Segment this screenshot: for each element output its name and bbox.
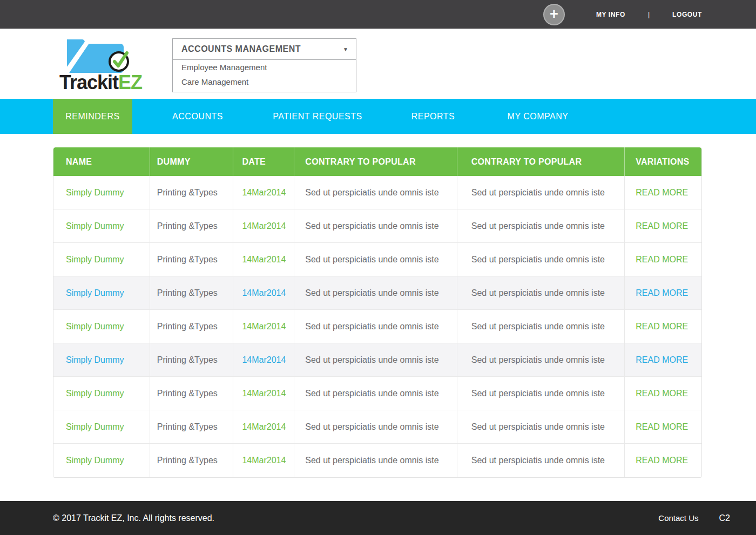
brand-name: TrackitEZ	[59, 73, 140, 92]
cell-date: 14Mar2014	[233, 377, 294, 410]
cell-date: 14Mar2014	[233, 410, 294, 443]
chevron-down-icon: ▼	[343, 46, 348, 52]
read-more-link[interactable]: READ MORE	[625, 209, 701, 242]
my-info-link[interactable]: MY INFO	[596, 11, 625, 18]
cell-dummy: Printing &Types	[150, 410, 234, 443]
cell-contrary-2: Sed ut perspiciatis unde omnis iste	[457, 176, 625, 209]
read-more-link[interactable]: READ MORE	[625, 243, 701, 276]
table-row: Simply Dummy Printing &Types 14Mar2014 S…	[53, 444, 701, 477]
folder-logo-icon	[62, 33, 133, 74]
module-option-employee-management[interactable]: Employee Management	[173, 60, 356, 75]
cell-name[interactable]: Simply Dummy	[53, 410, 150, 443]
cell-dummy: Printing &Types	[150, 377, 234, 410]
table-row: Simply Dummy Printing &Types 14Mar2014 S…	[53, 176, 701, 209]
cell-contrary-2: Sed ut perspiciatis unde omnis iste	[457, 276, 625, 309]
cell-contrary-1: Sed ut perspiciatis unde omnis iste	[294, 343, 457, 376]
table-header-row: NAME DUMMY DATE CONTRARY TO POPULAR CONT…	[53, 147, 701, 176]
topbar: + MY INFO | LOGOUT	[0, 0, 756, 29]
column-header-contrary-1: CONTRARY TO POPULAR	[294, 147, 457, 176]
cell-name[interactable]: Simply Dummy	[53, 343, 150, 376]
table-row: Simply Dummy Printing &Types 14Mar2014 S…	[53, 377, 701, 410]
cell-dummy: Printing &Types	[150, 444, 234, 477]
column-header-date: DATE	[233, 147, 294, 176]
cell-name[interactable]: Simply Dummy	[53, 176, 150, 209]
reminders-table: NAME DUMMY DATE CONTRARY TO POPULAR CONT…	[53, 147, 702, 478]
column-header-contrary-2: CONTRARY TO POPULAR	[457, 147, 625, 176]
main-nav: REMINDERS ACCOUNTS PATIENT REQUESTS REPO…	[0, 99, 756, 134]
nav-tab-accounts[interactable]: ACCOUNTS	[132, 99, 263, 134]
cell-name[interactable]: Simply Dummy	[53, 444, 150, 477]
plus-icon: +	[550, 6, 558, 22]
cell-date: 14Mar2014	[233, 276, 294, 309]
read-more-link[interactable]: READ MORE	[625, 410, 701, 443]
read-more-link[interactable]: READ MORE	[625, 176, 701, 209]
table-row: Simply Dummy Printing &Types 14Mar2014 S…	[53, 276, 701, 310]
add-button[interactable]: +	[543, 4, 565, 25]
read-more-link[interactable]: READ MORE	[625, 377, 701, 410]
cell-dummy: Printing &Types	[150, 310, 234, 343]
content-area: NAME DUMMY DATE CONTRARY TO POPULAR CONT…	[0, 134, 756, 501]
contact-us-link[interactable]: Contact Us	[658, 513, 698, 523]
column-header-dummy: DUMMY	[150, 147, 234, 176]
cell-name[interactable]: Simply Dummy	[53, 209, 150, 242]
nav-tab-patient-requests[interactable]: PATIENT REQUESTS	[263, 99, 372, 134]
read-more-link[interactable]: READ MORE	[625, 343, 701, 376]
cell-contrary-1: Sed ut perspiciatis unde omnis iste	[294, 444, 457, 477]
copyright-text: © 2017 Trackit EZ, Inc. All rights reser…	[53, 513, 658, 523]
cell-contrary-2: Sed ut perspiciatis unde omnis iste	[457, 444, 625, 477]
cell-dummy: Printing &Types	[150, 209, 234, 242]
cell-name[interactable]: Simply Dummy	[53, 276, 150, 309]
column-header-name: NAME	[53, 147, 150, 176]
column-header-variations: VARIATIONS	[625, 147, 701, 176]
cell-contrary-2: Sed ut perspiciatis unde omnis iste	[457, 343, 625, 376]
brand-accent: EZ	[118, 71, 142, 93]
cell-dummy: Printing &Types	[150, 343, 234, 376]
brand-primary: Trackit	[59, 71, 118, 93]
cell-dummy: Printing &Types	[150, 243, 234, 276]
logo[interactable]: TrackitEZ	[59, 33, 140, 92]
cell-contrary-2: Sed ut perspiciatis unde omnis iste	[457, 377, 625, 410]
nav-tab-reports[interactable]: REPORTS	[372, 99, 494, 134]
module-option-care-management[interactable]: Care Management	[173, 75, 356, 92]
cell-name[interactable]: Simply Dummy	[53, 377, 150, 410]
cell-dummy: Printing &Types	[150, 276, 234, 309]
header: TrackitEZ ACCOUNTS MANAGEMENT ▼ Employee…	[0, 29, 756, 99]
cell-contrary-1: Sed ut perspiciatis unde omnis iste	[294, 176, 457, 209]
table-row: Simply Dummy Printing &Types 14Mar2014 S…	[53, 243, 701, 276]
table-row: Simply Dummy Printing &Types 14Mar2014 S…	[53, 310, 701, 343]
table-row: Simply Dummy Printing &Types 14Mar2014 S…	[53, 410, 701, 444]
version-label[interactable]: C2	[719, 513, 730, 523]
footer: © 2017 Trackit EZ, Inc. All rights reser…	[0, 501, 756, 535]
cell-date: 14Mar2014	[233, 310, 294, 343]
table-row: Simply Dummy Printing &Types 14Mar2014 S…	[53, 343, 701, 377]
module-select-value: ACCOUNTS MANAGEMENT	[181, 44, 301, 54]
nav-tab-my-company[interactable]: MY COMPANY	[494, 99, 582, 134]
cell-name[interactable]: Simply Dummy	[53, 310, 150, 343]
cell-dummy: Printing &Types	[150, 176, 234, 209]
cell-contrary-2: Sed ut perspiciatis unde omnis iste	[457, 310, 625, 343]
nav-tab-reminders[interactable]: REMINDERS	[53, 99, 132, 134]
cell-date: 14Mar2014	[233, 444, 294, 477]
cell-contrary-1: Sed ut perspiciatis unde omnis iste	[294, 310, 457, 343]
cell-date: 14Mar2014	[233, 343, 294, 376]
cell-contrary-1: Sed ut perspiciatis unde omnis iste	[294, 209, 457, 242]
cell-date: 14Mar2014	[233, 243, 294, 276]
read-more-link[interactable]: READ MORE	[625, 444, 701, 477]
cell-contrary-1: Sed ut perspiciatis unde omnis iste	[294, 410, 457, 443]
cell-contrary-1: Sed ut perspiciatis unde omnis iste	[294, 276, 457, 309]
cell-date: 14Mar2014	[233, 176, 294, 209]
cell-date: 14Mar2014	[233, 209, 294, 242]
module-select-dropdown: ACCOUNTS MANAGEMENT ▼ Employee Managemen…	[172, 38, 356, 92]
cell-contrary-2: Sed ut perspiciatis unde omnis iste	[457, 243, 625, 276]
read-more-link[interactable]: READ MORE	[625, 276, 701, 309]
table-row: Simply Dummy Printing &Types 14Mar2014 S…	[53, 209, 701, 243]
cell-contrary-2: Sed ut perspiciatis unde omnis iste	[457, 410, 625, 443]
cell-contrary-1: Sed ut perspiciatis unde omnis iste	[294, 377, 457, 410]
logout-link[interactable]: LOGOUT	[672, 11, 702, 18]
table-body: Simply Dummy Printing &Types 14Mar2014 S…	[53, 176, 701, 477]
topbar-separator: |	[648, 11, 650, 18]
cell-name[interactable]: Simply Dummy	[53, 243, 150, 276]
read-more-link[interactable]: READ MORE	[625, 310, 701, 343]
module-select-trigger[interactable]: ACCOUNTS MANAGEMENT ▼	[173, 39, 356, 60]
cell-contrary-1: Sed ut perspiciatis unde omnis iste	[294, 243, 457, 276]
